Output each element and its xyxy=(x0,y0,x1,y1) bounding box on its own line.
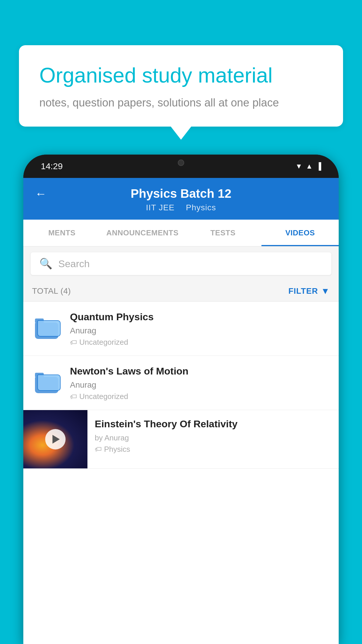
tag-label-3: Physics xyxy=(104,445,130,454)
video-title-3: Einstein's Theory Of Relativity xyxy=(95,417,331,430)
phone-top-bar: 14:29 ▼ ▲ ▐ xyxy=(23,155,339,178)
video-info-3: Einstein's Theory Of Relativity by Anura… xyxy=(87,410,339,461)
total-count-label: TOTAL (4) xyxy=(32,286,71,296)
breadcrumb-part1: IIT JEE xyxy=(146,203,175,212)
app-header: ← Physics Batch 12 IIT JEE Physics xyxy=(23,178,339,220)
video-item-3[interactable]: Einstein's Theory Of Relativity by Anura… xyxy=(23,410,339,469)
folder-front-2 xyxy=(37,374,61,391)
filter-button[interactable]: FILTER ▼ xyxy=(288,286,330,296)
video-thumbnail-3 xyxy=(23,410,87,468)
breadcrumb-part2: Physics xyxy=(186,203,216,212)
video-tag-row-1: 🏷 Uncategorized xyxy=(70,338,330,347)
video-tag-row-3: 🏷 Physics xyxy=(95,445,331,454)
filter-funnel-icon: ▼ xyxy=(321,286,330,296)
header-row: ← Physics Batch 12 xyxy=(35,187,327,201)
speech-bubble-arrow xyxy=(171,127,191,140)
video-author-3: by Anurag xyxy=(95,433,331,442)
play-button-3[interactable] xyxy=(45,429,66,449)
tab-tests[interactable]: TESTS xyxy=(184,220,261,246)
tabs-bar: MENTS ANNOUNCEMENTS TESTS VIDEOS xyxy=(23,220,339,246)
app-screen: ← Physics Batch 12 IIT JEE Physics MENTS… xyxy=(23,178,339,644)
phone-frame: 14:29 ▼ ▲ ▐ ← Physics Batch 12 IIT JEE P… xyxy=(23,155,339,644)
phone-status-icons: ▼ ▲ ▐ xyxy=(295,162,321,170)
video-item-2[interactable]: Newton's Laws of Motion Anurag 🏷 Uncateg… xyxy=(23,356,339,410)
search-icon: 🔍 xyxy=(39,258,52,270)
video-info-2: Newton's Laws of Motion Anurag 🏷 Uncateg… xyxy=(70,365,330,401)
tag-icon-3: 🏷 xyxy=(95,445,102,453)
video-title-2: Newton's Laws of Motion xyxy=(70,365,330,377)
video-list: Quantum Physics Anurag 🏷 Uncategorized xyxy=(23,302,339,469)
bubble-subtitle: notes, question papers, solutions all at… xyxy=(39,97,323,109)
folder-icon-1 xyxy=(35,318,58,339)
folder-front-1 xyxy=(37,320,61,337)
tab-ments[interactable]: MENTS xyxy=(23,220,101,246)
search-bar-wrapper: 🔍 Search xyxy=(23,246,339,281)
video-title-1: Quantum Physics xyxy=(70,310,330,323)
phone-camera xyxy=(178,160,184,166)
filter-bar: TOTAL (4) FILTER ▼ xyxy=(23,281,339,302)
video-item-1[interactable]: Quantum Physics Anurag 🏷 Uncategorized xyxy=(23,302,339,356)
bubble-title: Organised study material xyxy=(39,63,323,88)
tag-label-2: Uncategorized xyxy=(79,392,128,401)
video-author-1: Anurag xyxy=(70,326,330,335)
phone-time: 14:29 xyxy=(41,161,63,171)
video-info-1: Quantum Physics Anurag 🏷 Uncategorized xyxy=(70,310,330,347)
play-triangle-icon xyxy=(52,435,60,444)
tag-label-1: Uncategorized xyxy=(79,338,128,347)
tag-icon-2: 🏷 xyxy=(70,393,77,401)
wifi-icon: ▼ xyxy=(295,162,302,170)
back-button[interactable]: ← xyxy=(35,187,47,200)
signal-icon: ▲ xyxy=(306,162,313,170)
tag-icon-1: 🏷 xyxy=(70,338,77,346)
search-bar[interactable]: 🔍 Search xyxy=(31,252,331,275)
folder-icon-2 xyxy=(35,373,58,393)
video-tag-row-2: 🏷 Uncategorized xyxy=(70,392,330,401)
header-title: Physics Batch 12 xyxy=(52,187,310,201)
video-author-2: Anurag xyxy=(70,380,330,390)
search-placeholder: Search xyxy=(58,258,90,270)
tab-announcements[interactable]: ANNOUNCEMENTS xyxy=(101,220,184,246)
speech-bubble-wrapper: Organised study material notes, question… xyxy=(19,45,343,140)
filter-label: FILTER xyxy=(288,286,318,296)
video-icon-area-1 xyxy=(32,318,61,339)
video-icon-area-2 xyxy=(32,373,61,393)
speech-bubble: Organised study material notes, question… xyxy=(19,45,343,127)
battery-icon: ▐ xyxy=(316,162,321,170)
phone-notch xyxy=(155,155,207,171)
tab-videos[interactable]: VIDEOS xyxy=(261,220,339,246)
header-breadcrumb: IIT JEE Physics xyxy=(35,203,327,212)
